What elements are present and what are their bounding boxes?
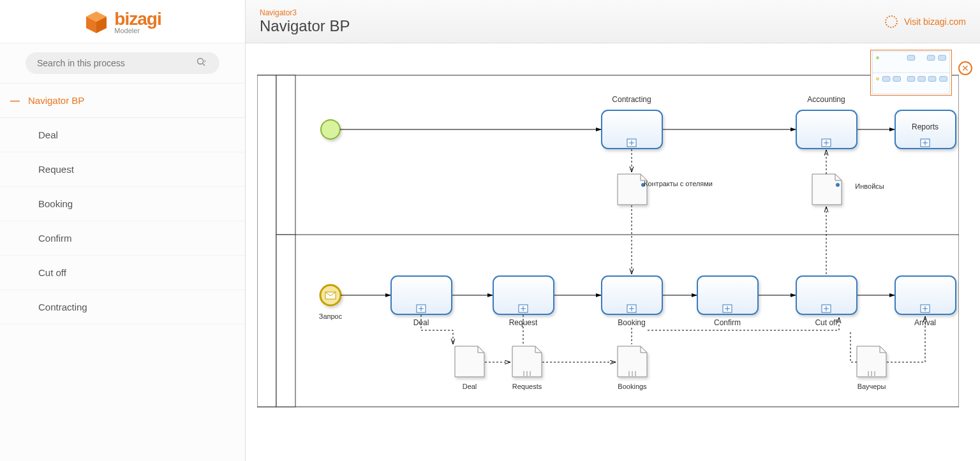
doc-deal[interactable]: Deal <box>455 346 484 390</box>
topbar: Navigator3 Navigator BP Visit bizagi.com <box>246 0 980 43</box>
svg-rect-86 <box>907 55 915 61</box>
svg-text:Cut off: Cut off <box>815 318 838 327</box>
svg-text:Инвойсы: Инвойсы <box>855 182 884 190</box>
svg-text:Контракты с отелями: Контракты с отелями <box>644 180 713 187</box>
task-accounting[interactable]: Accounting <box>796 95 857 149</box>
svg-rect-92 <box>918 77 926 82</box>
minimap[interactable] <box>870 50 952 96</box>
svg-text:Contracting: Contracting <box>612 95 651 104</box>
tree-item-deal[interactable]: Deal <box>0 118 245 152</box>
page-title: Navigator BP <box>260 17 350 35</box>
doc-bookings[interactable]: Bookings <box>618 346 647 390</box>
doc-vouchers[interactable]: Ваучеры <box>857 346 886 390</box>
svg-point-95 <box>877 57 879 59</box>
tree-item-contracting[interactable]: Contracting <box>0 290 245 325</box>
search-input[interactable] <box>26 52 219 74</box>
tree-item-cutoff[interactable]: Cut off <box>0 256 245 290</box>
search-icon[interactable] <box>197 57 205 68</box>
message-start-event[interactable]: Запрос <box>319 285 343 320</box>
tree-item-confirm[interactable]: Confirm <box>0 221 245 256</box>
svg-rect-88 <box>939 55 946 61</box>
svg-text:Reports: Reports <box>912 122 939 131</box>
svg-rect-6 <box>257 75 276 407</box>
diagram-canvas[interactable]: Navigator Финансовый учет Оперативный уч… <box>246 43 980 461</box>
target-icon <box>885 15 898 28</box>
process-tree: — Navigator BP Deal Request Booking Conf… <box>0 83 245 325</box>
doc-requests[interactable]: Requests <box>512 346 542 390</box>
svg-text:Booking: Booking <box>618 318 645 327</box>
logo-cube-icon <box>84 9 109 34</box>
svg-rect-91 <box>907 77 915 82</box>
svg-rect-94 <box>940 77 947 82</box>
svg-text:Confirm: Confirm <box>714 318 741 327</box>
tree-root-navigator-bp[interactable]: — Navigator BP <box>0 84 245 118</box>
svg-point-96 <box>877 78 879 80</box>
tree-root-label: Navigator BP <box>28 95 84 106</box>
logo-text: bizagi <box>114 9 161 29</box>
svg-text:Запрос: Запрос <box>319 312 343 320</box>
close-minimap-icon[interactable]: ✕ <box>958 61 972 75</box>
svg-line-4 <box>203 64 205 66</box>
task-booking[interactable]: Booking <box>602 276 662 327</box>
tree-item-booking[interactable]: Booking <box>0 187 245 221</box>
svg-rect-90 <box>893 77 901 82</box>
svg-text:Ваучеры: Ваучеры <box>858 383 886 390</box>
svg-rect-8 <box>276 235 295 407</box>
doc-invoices[interactable]: Инвойсы <box>812 174 884 205</box>
svg-text:Accounting: Accounting <box>807 95 845 104</box>
bpmn-diagram[interactable]: Navigator Финансовый учет Оперативный уч… <box>257 56 959 426</box>
svg-text:Bookings: Bookings <box>618 383 647 390</box>
task-contracting[interactable]: Contracting <box>602 95 662 149</box>
svg-rect-7 <box>276 75 295 235</box>
svg-point-3 <box>198 59 204 64</box>
start-event[interactable] <box>321 120 340 139</box>
collapse-icon: — <box>10 95 19 106</box>
doc-contracts[interactable]: Контракты с отелями <box>618 174 713 205</box>
task-reports[interactable]: Reports <box>895 110 956 149</box>
svg-rect-93 <box>928 77 936 82</box>
svg-point-30 <box>836 183 840 187</box>
svg-rect-89 <box>882 77 890 82</box>
svg-text:Deal: Deal <box>463 383 477 390</box>
logo: bizagi Modeler <box>0 0 245 43</box>
task-confirm[interactable]: Confirm <box>697 276 758 327</box>
breadcrumb[interactable]: Navigator3 <box>260 8 350 17</box>
visit-bizagi-link[interactable]: Visit bizagi.com <box>885 15 966 28</box>
tree-item-request[interactable]: Request <box>0 152 245 187</box>
sidebar: bizagi Modeler — Navigator BP Deal Reque… <box>0 0 246 461</box>
main: Navigator3 Navigator BP Visit bizagi.com <box>246 0 980 461</box>
task-cutoff[interactable]: Cut off <box>796 276 857 327</box>
svg-text:Requests: Requests <box>512 383 542 390</box>
svg-rect-87 <box>927 55 935 61</box>
